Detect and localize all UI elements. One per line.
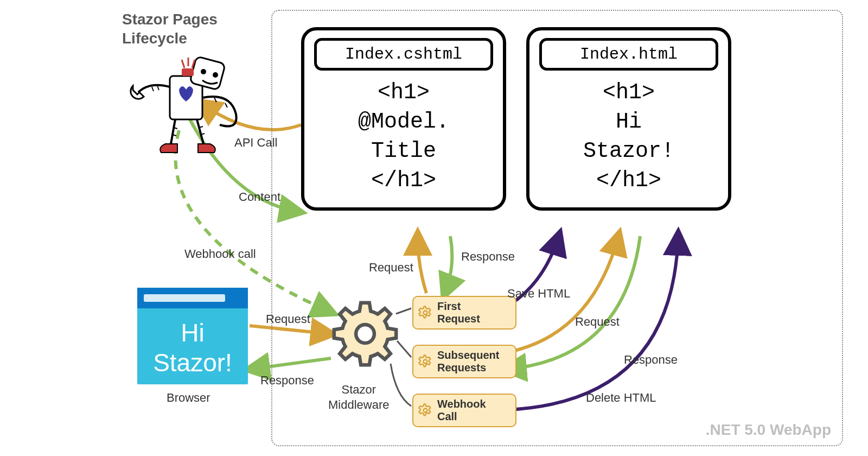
svg-point-17	[424, 311, 427, 315]
label-request-cshtml: Request	[369, 261, 413, 275]
label-api-call: API Call	[234, 136, 277, 150]
svg-line-10	[214, 98, 216, 102]
svg-point-2	[201, 69, 206, 74]
filebody-html: <h1> Hi Stazor! </h1>	[539, 78, 718, 195]
middleware-label: Stazor Middleware	[328, 382, 390, 412]
filename-html: Index.html	[539, 38, 718, 71]
pill-webhook-call: Webhook Call	[412, 394, 516, 427]
label-delete-html: Delete HTML	[586, 391, 656, 405]
browser-label: Browser	[167, 391, 210, 405]
label-response-cshtml: Response	[461, 250, 515, 264]
file-card-cshtml: Index.cshtml <h1> @Model. Title </h1>	[301, 27, 506, 211]
pill-sub-label: Subsequent Requests	[437, 349, 499, 373]
svg-point-3	[213, 72, 218, 78]
filebody-cshtml: <h1> @Model. Title </h1>	[314, 78, 493, 195]
label-save-html: Save HTML	[507, 287, 570, 301]
pill-hook-label: Webhook Call	[437, 398, 486, 422]
robot-mascot-icon	[127, 43, 247, 157]
svg-line-8	[157, 86, 159, 90]
gear-icon	[418, 403, 433, 418]
svg-line-4	[182, 60, 184, 68]
svg-rect-7	[182, 68, 194, 76]
label-webhook-call: Webhook call	[184, 247, 256, 261]
address-bar-icon	[144, 294, 225, 302]
label-request-html: Request	[575, 315, 620, 329]
label-response-browser: Response	[260, 373, 314, 388]
browser-titlebar	[137, 288, 248, 308]
label-content: Content	[239, 190, 280, 204]
svg-point-19	[424, 409, 427, 413]
browser-content: Hi Stazor!	[137, 308, 248, 378]
diagram-title: Stazor Pages Lifecycle	[122, 10, 218, 48]
svg-line-9	[152, 87, 154, 91]
gear-icon	[330, 299, 400, 369]
gear-icon	[418, 354, 433, 369]
pill-subsequent-requests: Subsequent Requests	[412, 345, 516, 378]
webapp-label: .NET 5.0 WebApp	[706, 421, 831, 439]
label-request-browser: Request	[266, 312, 310, 326]
pill-first-label: First Request	[437, 300, 480, 325]
title-line1: Stazor Pages	[122, 11, 218, 28]
label-response-html: Response	[624, 353, 678, 367]
filename-cshtml: Index.cshtml	[314, 38, 493, 71]
pill-first-request: First Request	[412, 296, 516, 330]
svg-point-16	[356, 325, 374, 343]
gear-icon	[418, 305, 433, 320]
file-card-html: Index.html <h1> Hi Stazor! </h1>	[526, 27, 731, 211]
svg-line-11	[225, 103, 227, 107]
svg-point-18	[424, 360, 427, 364]
browser-window: Hi Stazor!	[137, 288, 248, 384]
